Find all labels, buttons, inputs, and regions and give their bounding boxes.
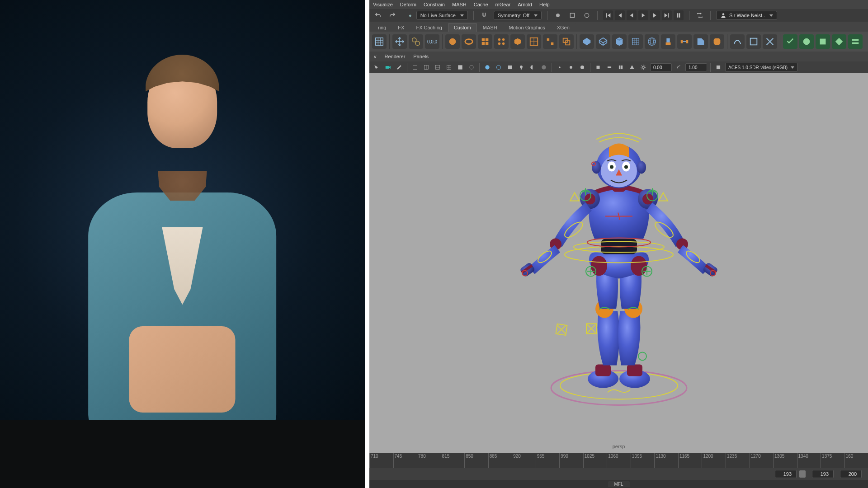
end-frame[interactable]: 200	[840, 470, 862, 478]
vt-shaded-icon[interactable]	[483, 63, 492, 72]
shelf-poly2-icon[interactable]	[596, 34, 610, 49]
vt-dot3-icon[interactable]	[578, 63, 587, 72]
shelf-green4-icon[interactable]	[832, 34, 846, 49]
shelf-torus-icon[interactable]	[462, 34, 476, 49]
vt-layout3-icon[interactable]	[433, 63, 442, 72]
shelf-lattice-icon[interactable]	[628, 34, 643, 49]
step-fwd-icon[interactable]	[650, 10, 660, 20]
time-slider[interactable]: 7107457808158508859209559901025106010951…	[369, 453, 868, 468]
shelf-cluster-icon[interactable]	[494, 34, 509, 49]
redo-icon[interactable]	[387, 10, 397, 20]
vt-misc2-icon[interactable]	[605, 63, 614, 72]
color-space-dropdown[interactable]: ACES 1.0 SDR-video (sRGB)	[725, 63, 797, 72]
shelf-extrude-icon[interactable]	[661, 34, 675, 49]
vt-layout4-icon[interactable]	[444, 63, 453, 72]
shelf-tab-custom[interactable]: Custom	[448, 23, 477, 32]
status-icon-b[interactable]	[567, 10, 577, 20]
shelf-curve3-icon[interactable]	[763, 34, 777, 49]
vt-pen-icon[interactable]	[395, 63, 404, 72]
go-start-icon[interactable]	[603, 10, 613, 20]
vt-cm-icon[interactable]	[714, 63, 723, 72]
vt-dot1-icon[interactable]	[555, 63, 564, 72]
panel-view[interactable]: v	[374, 54, 377, 59]
shelf-grid2-icon[interactable]	[478, 34, 492, 49]
shelf-curve1-icon[interactable]	[730, 34, 745, 49]
pause-icon[interactable]	[674, 10, 684, 20]
live-surface-dropdown[interactable]: No Live Surface	[416, 11, 468, 20]
viewport-exposure-field[interactable]: 0.00	[650, 63, 672, 71]
shelf-green2-icon[interactable]	[799, 34, 814, 49]
panel-renderer[interactable]: Renderer	[385, 54, 406, 59]
step-back-icon[interactable]	[615, 10, 625, 20]
shelf-bevel-icon[interactable]	[693, 34, 708, 49]
symmetry-dropdown[interactable]: Symmetry: Off	[494, 11, 542, 20]
vt-layout2-icon[interactable]	[422, 63, 431, 72]
range-handle[interactable]	[799, 470, 806, 478]
vt-dot2-icon[interactable]	[566, 63, 576, 72]
shelf-sphere-wire-icon[interactable]	[645, 34, 659, 49]
play-icon[interactable]	[638, 10, 648, 20]
vt-textured-icon[interactable]	[505, 63, 514, 72]
go-end-icon[interactable]	[662, 10, 672, 20]
vt-misc3-icon[interactable]	[616, 63, 625, 72]
shelf-tab-xgen[interactable]: XGen	[551, 23, 576, 32]
shelf-grid3-icon[interactable]	[527, 34, 541, 49]
shelf-tab-fxcaching[interactable]: FX Caching	[410, 23, 448, 32]
viewport-gamma-field[interactable]: 1.00	[685, 63, 707, 71]
shelf-green3-icon[interactable]	[816, 34, 830, 49]
menu-deform[interactable]: Deform	[400, 2, 416, 7]
shelf-tab-fx[interactable]: FX	[392, 23, 410, 32]
vt-misc1-icon[interactable]	[594, 63, 603, 72]
shelf-green1-icon[interactable]	[783, 34, 797, 49]
shelf-curve2-icon[interactable]	[746, 34, 761, 49]
shelf-sphere-orange-icon[interactable]	[445, 34, 460, 49]
current-frame-in[interactable]: 193	[775, 470, 797, 478]
menu-arnold[interactable]: Arnold	[518, 2, 532, 7]
shelf-tab-motion[interactable]: Motion Graphics	[503, 23, 551, 32]
shelf-snap-icon[interactable]	[409, 34, 423, 49]
shelf-tab-mash[interactable]: MASH	[477, 23, 503, 32]
vt-wire-icon[interactable]	[494, 63, 503, 72]
menu-visualize[interactable]: Visualize	[373, 2, 393, 7]
current-frame-out[interactable]: 193	[812, 470, 834, 478]
snap-toggle-icon[interactable]	[479, 10, 489, 20]
account-dropdown[interactable]: Sir Wade Neist..	[716, 11, 777, 20]
menu-cache[interactable]: Cache	[474, 2, 488, 7]
svg-rect-24	[714, 38, 721, 45]
vt-isolate-icon[interactable]	[467, 63, 476, 72]
shelf-merge-icon[interactable]	[543, 34, 557, 49]
shelf-poly-cube-icon[interactable]	[612, 34, 627, 49]
status-icon-a[interactable]	[553, 10, 563, 20]
vt-misc4-icon[interactable]	[627, 63, 637, 72]
shelf-grid-icon[interactable]	[372, 34, 387, 49]
shelf-smooth-icon[interactable]	[710, 34, 724, 49]
shelf-bridge-icon[interactable]	[677, 34, 692, 49]
menu-help[interactable]: Help	[539, 2, 550, 7]
command-mode-chip[interactable]: MFL	[608, 481, 630, 487]
viewport-panel[interactable]: persp	[369, 73, 868, 453]
shelf-move-icon[interactable]	[392, 34, 407, 49]
shelf-cube-icon[interactable]	[510, 34, 525, 49]
vt-lights-icon[interactable]	[517, 63, 526, 72]
panel-panels[interactable]: Panels	[413, 54, 429, 59]
vt-layout5-icon[interactable]	[456, 63, 465, 72]
vt-gamma-icon[interactable]	[674, 63, 683, 72]
vt-layout1-icon[interactable]	[410, 63, 420, 72]
shelf-reset-icon[interactable]: 0,0,0	[425, 34, 439, 49]
vt-ao-icon[interactable]	[539, 63, 548, 72]
loop-icon[interactable]	[695, 10, 705, 20]
undo-icon[interactable]	[373, 10, 383, 20]
shelf-duplicate-icon[interactable]	[559, 34, 574, 49]
menu-constrain[interactable]: Constrain	[424, 2, 445, 7]
status-icon-c[interactable]	[582, 10, 592, 20]
menu-mgear[interactable]: mGear	[495, 2, 511, 7]
play-back-icon[interactable]	[627, 10, 637, 20]
vt-select-icon[interactable]	[372, 63, 381, 72]
vt-camera-icon[interactable]	[383, 63, 392, 72]
menu-mash[interactable]: MASH	[452, 2, 467, 7]
shelf-green5-icon[interactable]	[848, 34, 863, 49]
vt-shadows-icon[interactable]	[528, 63, 537, 72]
shelf-poly1-icon[interactable]	[580, 34, 594, 49]
vt-gear-icon[interactable]	[639, 63, 648, 72]
shelf-tab-ring[interactable]: ring	[372, 23, 392, 32]
